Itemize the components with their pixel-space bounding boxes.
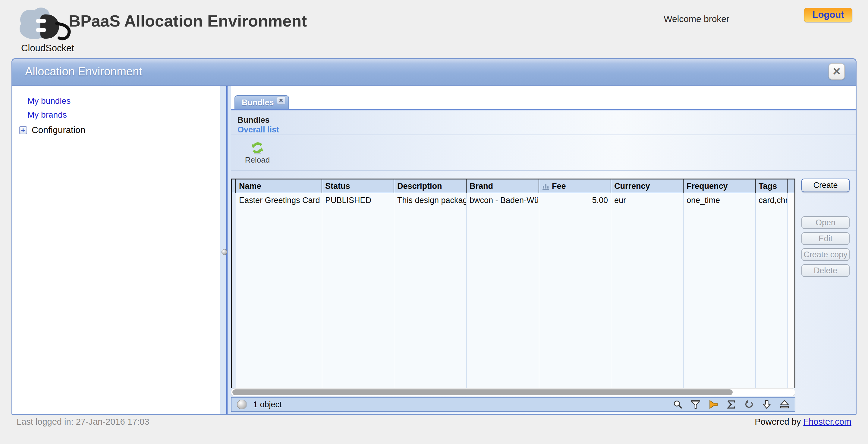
table-row[interactable]: Easter Greetings Card PUBLISHED This des… xyxy=(232,194,795,388)
panel-close-icon[interactable]: × xyxy=(829,63,845,80)
status-bar: 1 object xyxy=(231,397,795,412)
col-header-fee-label: Fee xyxy=(552,182,566,191)
sidebar-item-my-brands[interactable]: My brands xyxy=(12,108,220,122)
cell-fee[interactable]: 5.00 xyxy=(539,194,611,388)
action-buttons: Create Open Edit Create copy Delete xyxy=(795,179,856,414)
cell-tags[interactable]: card,christ xyxy=(755,194,787,388)
col-header-currency[interactable]: Currency xyxy=(611,179,684,193)
main-content: Bundles × Bundles Overall list xyxy=(231,86,856,414)
panel-titlebar: Allocation Environment × xyxy=(12,59,856,86)
undo-icon[interactable] xyxy=(744,399,754,409)
breadcrumb-overall-list-link[interactable]: Overall list xyxy=(238,125,849,135)
sidebar-item-my-bundles[interactable]: My bundles xyxy=(12,94,220,108)
horizontal-scrollbar-thumb[interactable] xyxy=(232,389,733,395)
col-header-brand[interactable]: Brand xyxy=(467,179,539,193)
breadcrumb-title: Bundles xyxy=(238,115,849,125)
cell-description[interactable]: This design package xyxy=(394,194,467,388)
grid-area: Name Status Description Brand xyxy=(231,179,795,414)
sidebar-item-label: Configuration xyxy=(32,125,85,135)
top-header: CloudSocket BPaaS Allocation Environment… xyxy=(0,0,868,58)
cell-name[interactable]: Easter Greetings Card xyxy=(236,194,322,388)
reload-button[interactable]: Reload xyxy=(239,141,276,165)
vertical-scroll-track[interactable] xyxy=(787,194,794,388)
reload-icon xyxy=(250,141,264,155)
object-count: 1 object xyxy=(253,400,282,409)
col-header-name[interactable]: Name xyxy=(236,179,322,193)
powered-by: Powered by Fhoster.com xyxy=(755,417,851,427)
fhoster-link[interactable]: Fhoster.com xyxy=(803,417,851,426)
panel-title: Allocation Environment xyxy=(25,65,142,78)
col-header-description[interactable]: Description xyxy=(394,179,467,193)
col-header-frequency[interactable]: Frequency xyxy=(684,179,755,193)
cell-brand[interactable]: bwcon - Baden-Württ xyxy=(467,194,539,388)
page: CloudSocket BPaaS Allocation Environment… xyxy=(0,0,868,444)
status-light-icon xyxy=(237,399,247,409)
col-header-status[interactable]: Status xyxy=(322,179,394,193)
status-icons xyxy=(673,399,789,409)
reload-label: Reload xyxy=(239,155,276,165)
sum-icon[interactable] xyxy=(726,399,736,409)
eject-icon[interactable] xyxy=(780,399,789,409)
cell-frequency[interactable]: one_time xyxy=(684,194,755,388)
row-gutter-header xyxy=(232,179,236,193)
last-login-text: Last logged in: 27-Jan-2016 17:03 xyxy=(17,417,149,427)
work-row: Name Status Description Brand xyxy=(231,171,856,414)
cell-currency[interactable]: eur xyxy=(611,194,684,388)
logout-button[interactable]: Logout xyxy=(804,8,852,22)
cell-status[interactable]: PUBLISHED xyxy=(322,194,394,388)
filter-icon[interactable] xyxy=(691,399,701,409)
app-title: BPaaS Allocation Environment xyxy=(69,11,307,30)
open-button[interactable]: Open xyxy=(801,216,849,229)
bar-chart-icon xyxy=(542,182,550,190)
expand-plus-icon[interactable]: + xyxy=(19,126,27,134)
allocation-environment-panel: Allocation Environment × My bundles My b… xyxy=(11,58,857,415)
breadcrumb: Bundles Overall list xyxy=(231,110,856,135)
sidebar: My bundles My brands + Configuration xyxy=(12,86,220,414)
tabstrip: Bundles × xyxy=(231,86,856,110)
bundles-table: Name Status Description Brand xyxy=(231,179,795,388)
sidebar-item-configuration[interactable]: + Configuration xyxy=(12,125,220,135)
toolbar: Reload xyxy=(231,135,856,171)
create-copy-button[interactable]: Create copy xyxy=(801,248,849,261)
create-button[interactable]: Create xyxy=(801,179,849,192)
status-left: 1 object xyxy=(237,399,673,409)
horizontal-scrollbar[interactable] xyxy=(231,388,795,396)
col-header-fee[interactable]: Fee xyxy=(539,179,611,193)
search-icon[interactable] xyxy=(673,399,683,409)
panel-body: My bundles My brands + Configuration Bun… xyxy=(12,86,856,414)
delete-button[interactable]: Delete xyxy=(801,264,849,277)
footer: Last logged in: 27-Jan-2016 17:03 Powere… xyxy=(0,417,868,427)
tab-bundles[interactable]: Bundles × xyxy=(235,95,289,109)
scroll-gutter-header xyxy=(787,179,794,193)
download-icon[interactable] xyxy=(762,399,772,409)
splitter[interactable] xyxy=(220,86,231,414)
tab-label: Bundles xyxy=(242,98,274,108)
logo-caption: CloudSocket xyxy=(11,43,84,54)
tab-close-icon[interactable]: × xyxy=(277,96,285,105)
table-header-row: Name Status Description Brand xyxy=(232,179,795,194)
splitter-grip-icon[interactable] xyxy=(221,249,227,255)
powered-by-text: Powered by xyxy=(755,417,801,426)
welcome-text: Welcome broker xyxy=(664,14,730,24)
edit-button[interactable]: Edit xyxy=(801,232,849,245)
row-gutter xyxy=(232,194,236,388)
col-header-tags[interactable]: Tags xyxy=(755,179,787,193)
quick-filter-icon[interactable] xyxy=(709,399,718,409)
